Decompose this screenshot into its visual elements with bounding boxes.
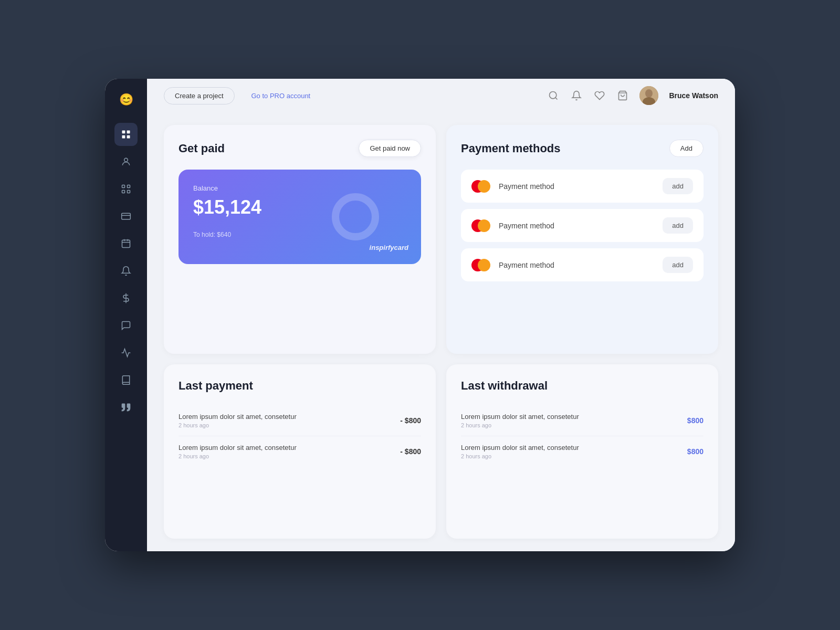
sidebar-item-apps[interactable] [114,177,138,201]
payment-item-1: Payment method add [461,170,704,203]
balance-hold: To hold: $640 [193,231,406,238]
sidebar-item-dashboard[interactable] [114,123,138,146]
sidebar-item-money[interactable] [114,287,138,310]
payment-amount-1: - $800 [400,416,421,425]
book-icon [121,375,131,385]
payment-amount-2: - $800 [400,447,421,456]
sidebar-logo: 😊 [116,89,136,110]
heart-icon[interactable] [593,89,606,102]
get-paid-header: Get paid Get paid now [178,140,421,157]
svg-rect-2 [122,135,125,139]
sidebar-item-calendar[interactable] [114,232,138,255]
svg-point-4 [124,158,128,162]
svg-rect-8 [128,191,130,193]
sidebar-item-messages[interactable] [114,314,138,337]
payment-transaction-1: Lorem ipsum dolor sit amet, consetetur 2… [178,405,421,436]
sidebar-item-profile[interactable] [114,150,138,173]
dollar-icon [121,293,131,303]
last-payment-title: Last payment [178,379,253,393]
last-withdrawal-list: Lorem ipsum dolor sit amet, consetetur 2… [461,405,704,467]
svg-rect-1 [127,131,130,134]
search-icon[interactable] [547,89,560,102]
svg-rect-11 [122,240,130,247]
sidebar-item-card[interactable] [114,205,138,228]
main-area: Create a project Go to PRO account [147,79,735,551]
bell-icon [121,266,131,276]
payment-item-2: Payment method add [461,209,704,242]
last-payment-header: Last payment [178,379,421,393]
device-frame: 😊 [105,79,735,551]
payment-item-3: Payment method add [461,248,704,281]
last-withdrawal-card: Last withdrawal Lorem ipsum dolor sit am… [446,364,718,539]
payment-methods-card: Payment methods Add Payment method add [446,125,718,354]
mastercard-icon-3 [471,259,490,271]
payment-transaction-1-info: Lorem ipsum dolor sit amet, consetetur 2… [178,413,297,428]
top-navigation: Create a project Go to PRO account [147,79,735,112]
withdrawal-transaction-2-info: Lorem ipsum dolor sit amet, consetetur 2… [461,444,579,459]
mastercard-icon-1 [471,180,490,193]
withdrawal-transaction-1: Lorem ipsum dolor sit amet, consetetur 2… [461,405,704,436]
payment-methods-header: Payment methods Add [461,140,704,157]
withdrawal-amount-2: $800 [687,447,704,456]
payment-transaction-2: Lorem ipsum dolor sit amet, consetetur 2… [178,436,421,467]
withdrawal-transaction-1-info: Lorem ipsum dolor sit amet, consetetur 2… [461,413,579,428]
withdrawal-amount-1: $800 [687,416,704,425]
svg-rect-3 [127,135,130,139]
add-payment-2-button[interactable]: add [663,217,693,234]
user-icon [121,156,131,167]
activity-icon [121,348,131,358]
quotes-icon [121,402,131,413]
get-paid-title: Get paid [178,142,225,155]
balance-label: Balance [193,184,406,192]
payment-label-3: Payment method [499,261,654,269]
svg-rect-0 [122,131,125,134]
payment-desc-2: Lorem ipsum dolor sit amet, consetetur [178,444,297,452]
sidebar-item-quotes[interactable] [114,396,138,419]
payment-transaction-2-info: Lorem ipsum dolor sit amet, consetetur 2… [178,444,297,459]
card-brand: inspirfycard [370,244,408,251]
svg-line-17 [555,98,558,100]
create-project-button[interactable]: Create a project [164,87,235,104]
payment-desc-1: Lorem ipsum dolor sit amet, consetetur [178,413,297,421]
apps-icon [121,184,131,194]
payment-label-1: Payment method [499,182,654,191]
user-name: Bruce Watson [669,91,718,100]
go-pro-button[interactable]: Go to PRO account [241,87,321,104]
payment-time-2: 2 hours ago [178,453,297,459]
svg-rect-7 [122,191,125,193]
get-paid-now-button[interactable]: Get paid now [359,140,421,157]
withdrawal-desc-2: Lorem ipsum dolor sit amet, consetetur [461,444,579,452]
card-icon [121,211,131,222]
payment-time-1: 2 hours ago [178,422,297,428]
svg-rect-5 [122,185,125,188]
payment-items-list: Payment method add Payment method add [461,170,704,281]
logo-emoji: 😊 [119,93,133,107]
grid-icon [121,129,131,140]
mastercard-icon-2 [471,219,490,232]
avatar [639,86,658,105]
notification-icon[interactable] [570,89,583,102]
svg-point-16 [550,92,556,99]
payment-methods-title: Payment methods [461,142,561,155]
withdrawal-transaction-2: Lorem ipsum dolor sit amet, consetetur 2… [461,436,704,467]
get-paid-card: Get paid Get paid now Balance $15,124 To… [164,125,436,354]
withdrawal-time-1: 2 hours ago [461,422,579,428]
chat-icon [121,320,131,331]
last-withdrawal-header: Last withdrawal [461,379,704,393]
sidebar-item-activity[interactable] [114,341,138,364]
svg-rect-9 [122,213,131,219]
last-withdrawal-title: Last withdrawal [461,379,548,393]
bag-icon[interactable] [616,89,629,102]
svg-rect-6 [128,185,130,188]
add-payment-3-button[interactable]: add [663,257,693,273]
sidebar-item-book[interactable] [114,369,138,392]
payment-label-2: Payment method [499,222,654,230]
add-payment-1-button[interactable]: add [663,178,693,194]
withdrawal-desc-1: Lorem ipsum dolor sit amet, consetetur [461,413,579,421]
svg-point-20 [645,89,653,98]
add-payment-button[interactable]: Add [669,140,704,157]
withdrawal-time-2: 2 hours ago [461,453,579,459]
sidebar-item-bell[interactable] [114,259,138,282]
balance-card: Balance $15,124 To hold: $640 inspirfyca… [178,170,421,264]
topnav-right: Bruce Watson [547,86,718,105]
